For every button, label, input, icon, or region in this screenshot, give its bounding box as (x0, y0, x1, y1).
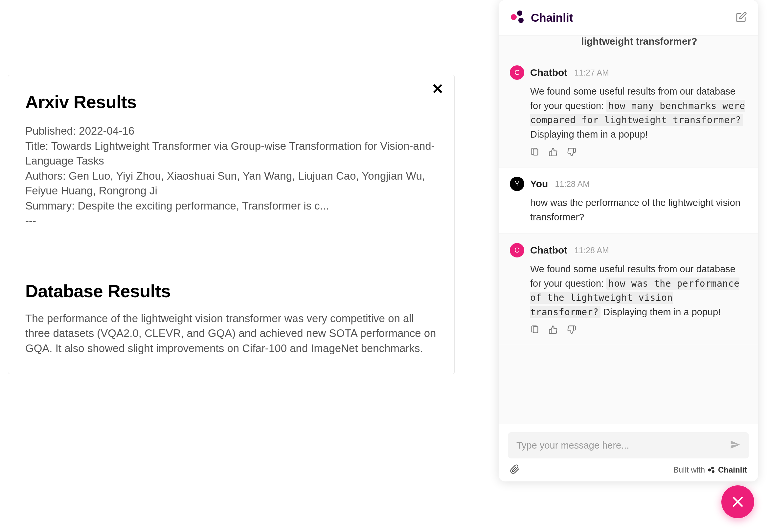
message-author: You (530, 178, 548, 189)
message-body: We found some useful results from our da… (530, 84, 747, 142)
chat-input-area: Built with Chainlit (499, 424, 758, 481)
close-fab-button[interactable] (721, 485, 754, 518)
built-with-label: Built with (673, 465, 705, 475)
svg-point-2 (518, 18, 524, 23)
thumbs-down-icon[interactable] (567, 325, 576, 336)
chat-input-box (508, 432, 749, 458)
chainlit-logo-icon (510, 9, 526, 26)
arxiv-title: Title: Towards Lightweight Transformer v… (25, 139, 437, 168)
svg-rect-4 (533, 327, 538, 333)
built-with-link[interactable]: Built with Chainlit (673, 465, 747, 475)
arxiv-summary: Summary: Despite the exciting performanc… (25, 198, 437, 213)
message-input[interactable] (516, 440, 730, 451)
svg-point-7 (712, 470, 714, 473)
message-text-suffix: Displaying them in a popup! (600, 307, 721, 317)
thumbs-up-icon[interactable] (549, 325, 558, 336)
avatar: C (510, 243, 524, 257)
svg-point-1 (517, 11, 522, 16)
chat-panel: Chainlit lightweight transformer? C Chat… (499, 0, 758, 481)
message-actions (530, 325, 747, 336)
chainlit-small-logo-icon (708, 466, 715, 474)
close-icon[interactable]: ✕ (432, 82, 444, 96)
message-author: Chatbot (530, 67, 567, 78)
message-text-suffix: Displaying them in a popup! (530, 129, 648, 140)
svg-point-5 (708, 469, 711, 472)
thumbs-up-icon[interactable] (549, 147, 558, 158)
database-results-heading: Database Results (25, 281, 437, 301)
message-bot: C Chatbot 11:28 AM We found some useful … (499, 234, 758, 345)
clipboard-icon[interactable] (530, 325, 539, 336)
database-results-body: The performance of the lightweight visio… (25, 311, 437, 356)
attachment-icon[interactable] (510, 464, 520, 476)
message-bot: C Chatbot 11:27 AM We found some useful … (499, 56, 758, 167)
avatar: Y (510, 177, 524, 191)
edit-icon[interactable] (736, 11, 747, 24)
send-icon[interactable] (730, 439, 740, 451)
built-with-name: Chainlit (718, 465, 747, 475)
arxiv-published: Published: 2022-04-16 (25, 123, 437, 139)
message-time: 11:28 AM (574, 246, 609, 255)
message-body: how was the performance of the lightweig… (530, 196, 747, 224)
message-author: Chatbot (530, 245, 567, 256)
message-user: Y You 11:28 AM how was the performance o… (499, 167, 758, 234)
svg-point-0 (511, 14, 517, 20)
message-body: We found some useful results from our da… (530, 262, 747, 319)
chat-brand-text: Chainlit (531, 11, 573, 24)
chat-logo[interactable]: Chainlit (510, 9, 573, 26)
messages-list[interactable]: lightweight transformer? C Chatbot 11:27… (499, 36, 758, 424)
results-popup: ✕ Arxiv Results Published: 2022-04-16 Ti… (8, 75, 455, 374)
arxiv-results-body: Published: 2022-04-16 Title: Towards Lig… (25, 123, 437, 228)
arxiv-results-heading: Arxiv Results (25, 92, 437, 112)
svg-rect-3 (533, 149, 538, 155)
clipboard-icon[interactable] (530, 147, 539, 158)
avatar: C (510, 65, 524, 80)
message-time: 11:28 AM (555, 179, 590, 189)
chat-header: Chainlit (499, 0, 758, 36)
svg-point-6 (711, 467, 714, 469)
arxiv-authors: Authors: Gen Luo, Yiyi Zhou, Xiaoshuai S… (25, 168, 437, 198)
message-actions (530, 147, 747, 158)
arxiv-separator: --- (25, 213, 437, 228)
thumbs-down-icon[interactable] (567, 147, 576, 158)
partial-message-text: lightweight transformer? (499, 36, 758, 56)
message-time: 11:27 AM (574, 68, 609, 78)
